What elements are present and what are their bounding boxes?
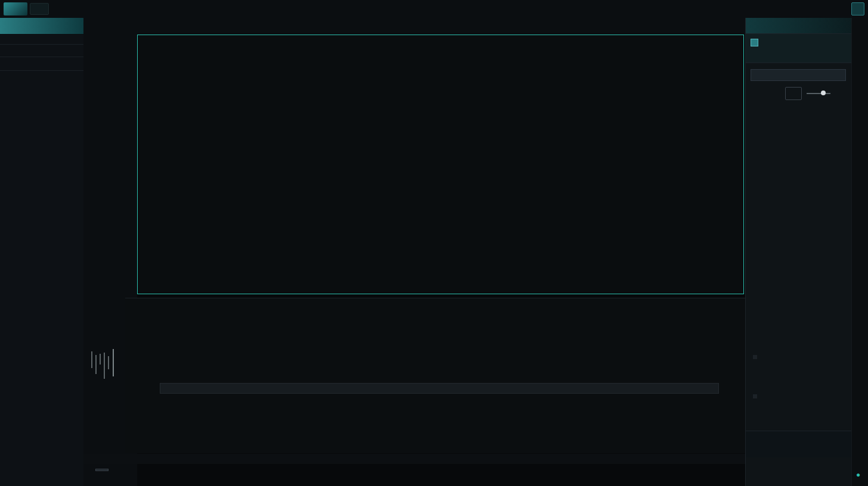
values-strip — [160, 383, 719, 394]
symbol-header — [746, 34, 851, 63]
status-bar-row2 — [89, 465, 108, 475]
indicator-panel[interactable] — [125, 298, 745, 453]
market-watch-header[interactable] — [0, 18, 83, 34]
big-value-bullet-1 — [753, 355, 757, 359]
corner-grid-icon[interactable] — [851, 2, 864, 15]
volume-row — [751, 87, 847, 101]
symbol-list — [0, 35, 83, 40]
right-toolbar-rail: ● — [851, 18, 868, 486]
watchlist-header — [0, 45, 83, 52]
status-bar — [83, 454, 745, 464]
connection-box[interactable] — [95, 469, 108, 471]
big-value-bullet-2 — [753, 394, 757, 398]
mini-depth-panel — [83, 298, 125, 453]
oscillator-chart[interactable] — [125, 298, 745, 453]
order-panel-header[interactable] — [746, 18, 851, 34]
candlestick-chart[interactable] — [138, 35, 743, 294]
volume-slider[interactable] — [807, 93, 830, 94]
refresh-icon[interactable] — [785, 87, 802, 100]
order-panel-footer — [746, 431, 852, 457]
scanner-header — [0, 57, 83, 64]
app-thumbnail-icon[interactable] — [4, 2, 27, 15]
toolbar — [0, 18, 868, 35]
volume-slider-knob[interactable] — [821, 91, 826, 95]
status-dot-icon: ● — [856, 471, 860, 479]
trading-app-window: ● — [0, 0, 868, 486]
price-list — [83, 35, 137, 40]
main-chart-panel[interactable] — [137, 35, 744, 294]
mini-sparkline — [87, 348, 123, 384]
symbol-swatch-icon — [751, 39, 758, 46]
logo-icon[interactable] — [30, 3, 49, 15]
titlebar — [0, 0, 868, 18]
market-watch-panel — [0, 35, 84, 486]
order-comment-input[interactable] — [751, 69, 846, 81]
order-panel — [745, 18, 851, 486]
